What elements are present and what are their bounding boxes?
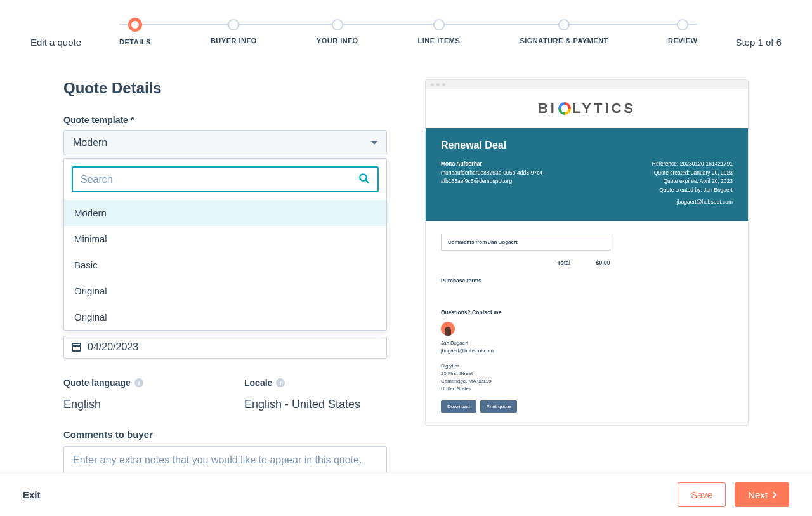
preview-questions: Questions? Contact me — [441, 309, 733, 315]
page-title-small: Edit a quote — [30, 19, 81, 48]
wizard-footer: Exit Save Next — [0, 473, 812, 516]
search-icon — [358, 173, 370, 186]
expiry-date-row: 04/20/2023 — [63, 336, 387, 359]
logo-icon — [558, 102, 571, 115]
page-heading: Quote Details — [63, 79, 387, 97]
preview-total-row: Total $0.00 — [441, 260, 610, 266]
comments-label: Comments to buyer — [63, 429, 387, 440]
preview-purchase-terms: Purchase terms — [441, 277, 733, 284]
template-option-modern[interactable]: Modern — [64, 200, 386, 226]
svg-line-1 — [365, 180, 369, 183]
preview-print-button[interactable]: Print quote — [480, 400, 518, 413]
preview-comments-box: Comments from Jan Bogaert — [441, 234, 610, 251]
step-details[interactable]: DETAILS — [119, 19, 151, 46]
template-option-minimal[interactable]: Minimal — [64, 226, 386, 252]
calendar-icon[interactable] — [72, 343, 81, 352]
stepper: DETAILS BUYER INFO YOUR INFO LINE ITEMS … — [119, 19, 697, 46]
expiry-date-value[interactable]: 04/20/2023 — [88, 341, 138, 353]
step-review[interactable]: REVIEW — [668, 19, 697, 46]
chevron-right-icon — [771, 492, 777, 498]
step-line-items[interactable]: LINE ITEMS — [418, 19, 461, 46]
preview-rep-block: Jan Bogaert jbogaert@hubspot.com Biglyti… — [441, 340, 733, 393]
template-label: Quote template * — [63, 115, 387, 125]
info-icon[interactable]: i — [276, 378, 285, 387]
step-counter: Step 1 of 6 — [735, 19, 782, 48]
template-option-basic[interactable]: Basic — [64, 252, 386, 278]
step-circle-active — [128, 18, 142, 32]
locale-value: English - United States — [244, 398, 387, 411]
comments-textarea[interactable]: Enter any extra notes that you would lik… — [63, 446, 387, 474]
next-button[interactable]: Next — [735, 482, 789, 507]
language-label: Quote language i — [63, 378, 206, 388]
preview-contact: Mona Aufderhar monaaufderhar9e88293b-005… — [441, 160, 544, 207]
avatar — [441, 322, 455, 336]
preview-download-button[interactable]: Download — [441, 400, 476, 413]
step-your-info[interactable]: YOUR INFO — [317, 19, 358, 46]
preview-logo: BILYTICS — [426, 89, 748, 128]
step-signature-payment[interactable]: SIGNATURE & PAYMENT — [520, 19, 608, 46]
template-select[interactable]: Modern — [63, 130, 387, 155]
preview-hero: Renewal Deal Mona Aufderhar monaaufderha… — [426, 128, 748, 221]
template-select-value: Modern — [73, 137, 107, 149]
preview-window-chrome — [426, 80, 748, 89]
exit-link[interactable]: Exit — [23, 489, 41, 500]
wizard-header: Edit a quote DETAILS BUYER INFO YOUR INF… — [0, 0, 812, 60]
save-button[interactable]: Save — [678, 482, 726, 507]
template-dropdown: Modern Minimal Basic Original Original — [63, 158, 387, 331]
locale-label: Locale i — [244, 378, 387, 388]
quote-preview: BILYTICS Renewal Deal Mona Aufderhar mon… — [425, 79, 749, 426]
preview-deal-title: Renewal Deal — [441, 140, 733, 151]
step-buyer-info[interactable]: BUYER INFO — [211, 19, 257, 46]
chevron-down-icon — [371, 141, 377, 145]
info-icon[interactable]: i — [134, 378, 143, 387]
template-search-wrap[interactable] — [72, 166, 379, 192]
template-option-original-2[interactable]: Original — [64, 304, 386, 330]
preview-meta: Reference: 20230120-161421791 Quote crea… — [652, 160, 733, 207]
template-option-original-1[interactable]: Original — [64, 278, 386, 304]
template-search-input[interactable] — [81, 174, 358, 185]
language-value: English — [63, 398, 206, 411]
